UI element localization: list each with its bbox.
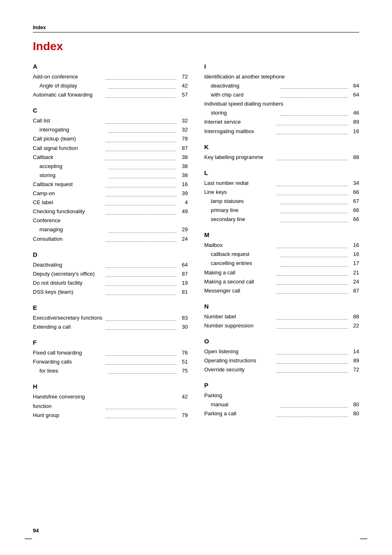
index-entry: Angle of display42 <box>33 81 188 90</box>
index-entry: lamp statuses67 <box>204 197 359 206</box>
entry-label: Parking <box>204 391 359 400</box>
entry-label: Handsfree conversing function <box>33 392 104 410</box>
entry-label: callback request <box>211 250 279 259</box>
entry-dots <box>106 348 177 356</box>
entry-page-number: 83 <box>178 313 188 322</box>
entry-dots <box>109 225 177 233</box>
section-letter-p: P <box>204 382 359 389</box>
index-entry: Individual speed dialling numbers <box>204 99 359 108</box>
index-entry: Extending a call30 <box>33 322 188 332</box>
entry-label: CE label <box>33 198 104 207</box>
entry-page-number: 24 <box>178 235 188 244</box>
entry-page-number: 81 <box>178 288 188 297</box>
entry-label: Add-on conference <box>33 72 104 81</box>
entry-page-number: 19 <box>178 279 188 288</box>
index-entry: Last number redial34 <box>204 179 359 188</box>
index-entry: Camp-on39 <box>33 189 188 198</box>
entry-label: Do not disturb facility <box>33 279 104 288</box>
entry-label: Consultation <box>33 235 104 244</box>
entry-label: interrogating <box>39 125 107 134</box>
index-entry: Operating instructions89 <box>204 356 359 365</box>
index-entry: Consultation24 <box>33 235 188 244</box>
entry-dots <box>106 116 177 124</box>
entry-page-number: 16 <box>349 241 359 250</box>
entry-dots <box>106 189 177 196</box>
entry-dots <box>109 125 177 133</box>
entry-dots <box>277 312 348 320</box>
entry-label: Key labelling programme <box>204 153 275 162</box>
entry-page-number: 87 <box>349 286 359 295</box>
entry-label: lamp statuses <box>211 197 279 206</box>
corner-mark-bottom-left: — <box>25 534 32 543</box>
index-entry: Callback38 <box>33 153 188 162</box>
index-entry: storing46 <box>204 108 359 117</box>
index-entry: Parking a call80 <box>204 409 359 418</box>
index-columns: AAdd-on conference72Angle of display42Au… <box>33 63 359 420</box>
entry-label: Number label <box>204 312 275 321</box>
entry-dots <box>277 117 348 125</box>
index-entry: Hunt group79 <box>33 411 188 420</box>
entry-dots <box>106 322 177 330</box>
entry-dots <box>277 347 348 355</box>
index-entry: Identification at another telephone <box>204 72 359 81</box>
entry-page-number: 78 <box>178 134 188 143</box>
entry-page-number: 4 <box>178 198 188 207</box>
entry-dots <box>106 235 177 242</box>
entry-dots <box>106 392 177 409</box>
entry-dots <box>280 259 348 266</box>
entry-dots <box>277 179 348 186</box>
index-entry: DSS keys (team)81 <box>33 288 188 297</box>
entry-dots <box>277 409 348 417</box>
index-entry: Interrogating mailbox16 <box>204 127 359 136</box>
entry-page-number: 76 <box>178 348 188 357</box>
entry-label: storing <box>211 108 279 117</box>
entry-label: Call signal function <box>33 144 104 153</box>
entry-page-number: 89 <box>349 117 359 127</box>
entry-label: Parking a call <box>204 409 275 418</box>
index-entry: Call list32 <box>33 116 188 125</box>
entry-label: Line keys <box>204 188 275 197</box>
entry-page-number: 64 <box>178 260 188 269</box>
index-entry: primary line66 <box>204 206 359 215</box>
entry-label: Internet service <box>204 117 275 127</box>
entry-dots <box>277 277 348 285</box>
entry-label: with chip card <box>211 90 279 99</box>
entry-page-number: 66 <box>349 206 359 215</box>
index-entry: with chip card64 <box>204 90 359 99</box>
entry-label: deactivating <box>211 81 279 90</box>
entry-label: Camp-on <box>33 189 104 198</box>
index-entry: deactivating64 <box>204 81 359 90</box>
entry-dots <box>277 321 348 329</box>
entry-page-number: 51 <box>178 357 188 366</box>
index-entry: accepting38 <box>33 162 188 171</box>
entry-label: DSS keys (team) <box>33 288 104 297</box>
index-entry: Forwarding calls51 <box>33 357 188 366</box>
entry-page-number: 67 <box>349 197 359 206</box>
entry-page-number: 30 <box>178 322 188 332</box>
entry-label: Number suppression <box>204 321 275 330</box>
entry-dots <box>106 288 177 295</box>
entry-label: Override security <box>204 365 275 374</box>
entry-page-number: 72 <box>349 365 359 374</box>
section-letter-l: L <box>204 169 359 176</box>
page-number: 94 <box>33 527 39 534</box>
entry-label: Call list <box>33 116 104 125</box>
entry-label: storing <box>39 171 107 180</box>
index-entry: callback request16 <box>204 250 359 259</box>
entry-label: Extending a call <box>33 322 104 332</box>
entry-page-number: 66 <box>349 215 359 224</box>
entry-page-number: 24 <box>349 277 359 286</box>
section-letter-h: H <box>33 383 188 390</box>
entry-page-number: 42 <box>178 81 188 90</box>
entry-dots <box>280 250 348 257</box>
left-column: AAdd-on conference72Angle of display42Au… <box>33 63 188 420</box>
entry-label: Checking functionality <box>33 207 104 216</box>
entry-page-number: 32 <box>178 125 188 134</box>
section-letter-i: I <box>204 63 359 70</box>
entry-dots <box>280 90 348 98</box>
entry-dots <box>280 215 348 222</box>
section-letter-m: M <box>204 231 359 238</box>
entry-page-number: 38 <box>178 162 188 171</box>
entry-page-number: 42 <box>178 392 188 410</box>
entry-label: for lines <box>39 366 107 375</box>
